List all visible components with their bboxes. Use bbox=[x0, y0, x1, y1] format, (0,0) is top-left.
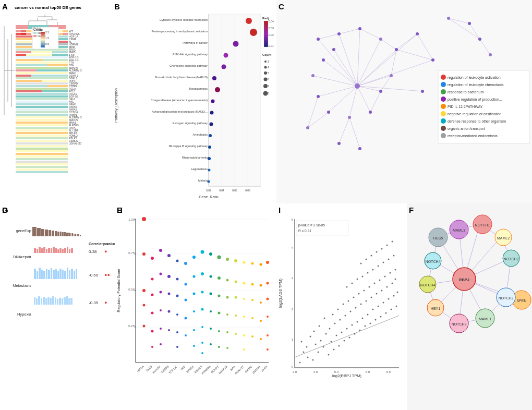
svg-point-680 bbox=[251, 283, 254, 286]
svg-rect-562 bbox=[67, 268, 68, 279]
svg-rect-511 bbox=[55, 231, 57, 236]
svg-rect-63 bbox=[26, 54, 52, 56]
panel-i: I log2(LAG3 TPM) log2(RBPJ TPM) 5 4 3 2 … bbox=[276, 203, 407, 410]
svg-rect-80 bbox=[16, 82, 68, 85]
svg-line-235 bbox=[357, 29, 360, 86]
svg-rect-524 bbox=[80, 235, 81, 236]
svg-point-294 bbox=[441, 75, 446, 80]
svg-point-757 bbox=[344, 340, 345, 342]
svg-rect-560 bbox=[62, 270, 64, 279]
svg-rect-540 bbox=[62, 249, 64, 253]
svg-text:1.00: 1.00 bbox=[128, 218, 135, 221]
svg-rect-559 bbox=[59, 269, 62, 279]
svg-point-646 bbox=[201, 308, 204, 311]
svg-point-733 bbox=[307, 357, 309, 358]
svg-rect-40 bbox=[26, 33, 31, 35]
svg-rect-73 bbox=[37, 69, 68, 71]
svg-point-808 bbox=[391, 309, 392, 310]
svg-point-686 bbox=[260, 302, 262, 304]
svg-point-202 bbox=[224, 53, 228, 58]
svg-rect-96 bbox=[16, 119, 68, 121]
svg-point-679 bbox=[251, 262, 254, 265]
svg-rect-574 bbox=[43, 297, 45, 305]
svg-rect-514 bbox=[62, 232, 64, 236]
panel-i-label: I bbox=[279, 206, 281, 214]
svg-line-267 bbox=[480, 39, 490, 55]
svg-point-207 bbox=[210, 111, 214, 115]
svg-rect-109 bbox=[16, 153, 68, 155]
svg-rect-551 bbox=[41, 270, 43, 279]
svg-rect-582 bbox=[62, 298, 63, 305]
svg-rect-519 bbox=[72, 233, 73, 236]
svg-point-759 bbox=[345, 315, 346, 317]
svg-rect-89 bbox=[16, 101, 68, 103]
svg-rect-113 bbox=[16, 163, 68, 165]
svg-point-306 bbox=[441, 118, 446, 124]
svg-point-787 bbox=[374, 283, 376, 284]
svg-rect-513 bbox=[60, 232, 62, 236]
svg-text:0.02: 0.02 bbox=[206, 189, 211, 192]
svg-point-694 bbox=[267, 348, 269, 351]
svg-point-624 bbox=[168, 310, 171, 313]
svg-text:1: 1 bbox=[292, 338, 294, 341]
svg-point-302 bbox=[441, 104, 446, 109]
svg-point-227 bbox=[264, 78, 268, 81]
svg-rect-72 bbox=[16, 69, 37, 71]
svg-text:0.50: 0.50 bbox=[128, 288, 135, 291]
svg-point-788 bbox=[372, 269, 374, 271]
svg-rect-163 bbox=[33, 32, 37, 34]
svg-text:0.01: 0.01 bbox=[269, 44, 274, 47]
svg-rect-534 bbox=[48, 248, 50, 253]
svg-point-803 bbox=[388, 298, 390, 300]
svg-text:Toxoplasmosis: Toxoplasmosis bbox=[189, 87, 208, 90]
svg-line-249 bbox=[360, 29, 381, 39]
svg-rect-84 bbox=[16, 90, 42, 92]
svg-point-273 bbox=[395, 48, 398, 51]
svg-point-781 bbox=[369, 286, 370, 288]
svg-text:0: 0 bbox=[292, 365, 294, 368]
svg-rect-586 bbox=[70, 298, 72, 305]
panel-a-title: cancer vs normal top50 DE genes bbox=[15, 5, 81, 10]
panel-f: F bbox=[407, 203, 532, 410]
svg-point-756 bbox=[343, 304, 344, 305]
svg-point-656 bbox=[217, 256, 221, 259]
svg-rect-83 bbox=[16, 88, 68, 90]
svg-point-648 bbox=[201, 342, 203, 344]
svg-rect-530 bbox=[39, 247, 41, 253]
svg-point-285 bbox=[421, 90, 424, 93]
svg-point-666 bbox=[226, 331, 228, 333]
svg-point-616 bbox=[160, 273, 162, 275]
svg-text:receptor-mediated endocytosis: receptor-mediated endocytosis bbox=[448, 134, 498, 138]
svg-rect-516 bbox=[66, 233, 68, 236]
svg-point-801 bbox=[381, 248, 383, 250]
svg-point-798 bbox=[381, 290, 383, 292]
svg-rect-66 bbox=[16, 59, 42, 61]
svg-point-649 bbox=[201, 352, 203, 354]
svg-text:0.38: 0.38 bbox=[89, 249, 97, 254]
svg-point-291 bbox=[478, 38, 481, 41]
svg-point-276 bbox=[369, 111, 372, 114]
svg-rect-541 bbox=[64, 248, 66, 253]
svg-text:defense response to other orga: defense response to other organism bbox=[448, 119, 506, 124]
svg-point-277 bbox=[348, 116, 351, 119]
svg-point-663 bbox=[226, 279, 229, 282]
svg-point-763 bbox=[352, 324, 353, 326]
svg-line-254 bbox=[357, 34, 417, 86]
svg-line-240 bbox=[357, 86, 370, 112]
svg-point-290 bbox=[468, 22, 471, 25]
svg-point-626 bbox=[176, 260, 179, 262]
svg-rect-522 bbox=[77, 234, 78, 236]
svg-point-630 bbox=[176, 331, 178, 333]
svg-text:TED: TED bbox=[180, 365, 186, 371]
svg-text:NOTCH2: NOTCH2 bbox=[499, 296, 514, 300]
svg-rect-508 bbox=[45, 230, 48, 236]
svg-point-689 bbox=[266, 261, 269, 264]
svg-rect-553 bbox=[46, 269, 47, 279]
svg-rect-112 bbox=[16, 161, 68, 163]
svg-point-635 bbox=[185, 317, 187, 320]
svg-point-670 bbox=[235, 296, 237, 299]
svg-point-777 bbox=[360, 263, 362, 264]
svg-line-265 bbox=[469, 23, 480, 39]
svg-rect-510 bbox=[52, 231, 54, 236]
svg-point-643 bbox=[201, 250, 204, 254]
